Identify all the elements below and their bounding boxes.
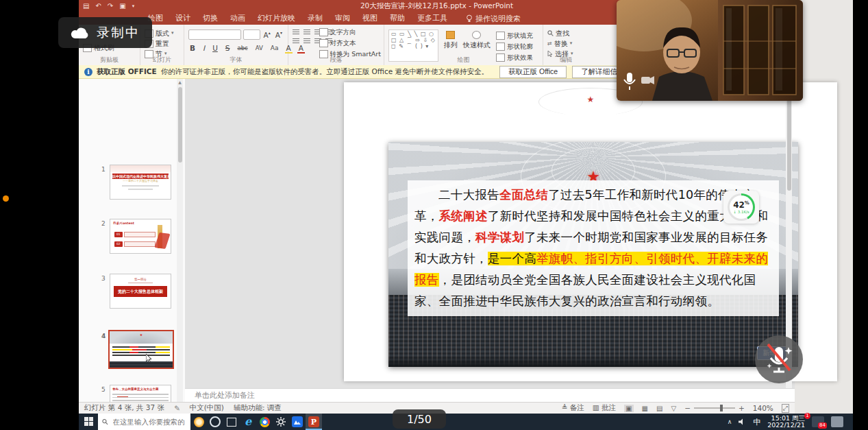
- language-indicator[interactable]: 中文(中国): [190, 403, 224, 413]
- text-segment: 系统阐述: [439, 209, 488, 223]
- tab-review[interactable]: 审阅: [329, 12, 356, 25]
- slide-thumbnail-2[interactable]: 目录/Content 01 02: [110, 219, 171, 254]
- ime-indicator[interactable]: 中: [753, 417, 760, 427]
- info-icon: i: [84, 68, 92, 76]
- muted-mic-icon: [764, 343, 794, 376]
- camera-icon: [641, 76, 654, 84]
- shape-fill-button[interactable]: 形状填充: [496, 31, 533, 40]
- notes-toggle-button[interactable]: ≜ 备注: [562, 403, 584, 413]
- tab-more-tools[interactable]: 更多工具: [411, 12, 454, 25]
- align-left-icon[interactable]: [293, 38, 299, 45]
- taskbar-search-box[interactable]: [98, 414, 190, 430]
- slide-thumbnail-4-selected[interactable]: ★: [108, 330, 174, 369]
- slide-thumbnail-3[interactable]: 第一部分 党的二十大报告总体框架: [110, 274, 171, 309]
- comments-toggle-button[interactable]: ▥ 批注: [593, 403, 616, 413]
- tab-design[interactable]: 设计: [169, 12, 197, 25]
- tell-me-search[interactable]: 操作说明搜索: [466, 14, 521, 24]
- notification-badge: 84: [818, 422, 827, 429]
- bold-button[interactable]: B: [188, 44, 197, 52]
- text-direction-button[interactable]: 文字方向: [319, 27, 381, 36]
- text-segment: 全面总结: [499, 188, 548, 202]
- quick-styles-icon: [472, 31, 481, 39]
- accessibility-status[interactable]: 辅助功能: 调查: [234, 403, 282, 413]
- find-button[interactable]: 查找: [547, 29, 584, 38]
- slide-canvas[interactable]: ★ ★ 二十大报告全面总结了过去5年工作和新时代10年的伟大变革，系统阐述了新时…: [344, 82, 837, 381]
- slide-paragraph: 二十大报告全面总结了过去5年工作和新时代10年的伟大变革，系统阐述了新时代坚持和…: [414, 184, 772, 312]
- zoom-out-icon[interactable]: −: [684, 404, 691, 412]
- edge-browser-icon[interactable]: e: [240, 414, 256, 430]
- notes-placeholder: 单击此处添加备注: [195, 391, 255, 400]
- slide-sorter-icon[interactable]: ▦: [642, 405, 648, 412]
- tray-app-icon[interactable]: [831, 416, 843, 427]
- cortana-icon[interactable]: [207, 414, 223, 430]
- normal-view-icon[interactable]: ▣: [624, 405, 633, 412]
- text-segment-highlighted: 是一个高: [488, 252, 536, 265]
- scroll-up-icon[interactable]: ▲: [177, 79, 183, 86]
- annotation-dot[interactable]: [3, 195, 9, 202]
- clear-formatting-button[interactable]: abc: [236, 45, 249, 51]
- lightbulb-icon: [466, 14, 473, 23]
- reading-view-icon[interactable]: ▤: [656, 405, 662, 412]
- underline-button[interactable]: U: [211, 44, 219, 52]
- grow-font-button[interactable]: A▴: [262, 30, 272, 39]
- tray-hidden-icons[interactable]: ∧: [728, 418, 732, 425]
- congress-hall-photo[interactable]: ★ 二十大报告全面总结了过去5年工作和新时代10年的伟大变革，系统阐述了新时代坚…: [388, 142, 798, 367]
- bullets-icon[interactable]: [293, 29, 299, 36]
- presenter-webcam-video[interactable]: [617, 0, 803, 101]
- align-center-icon[interactable]: [303, 38, 310, 45]
- chrome-icon[interactable]: [256, 414, 273, 430]
- editing-group: 查找 ⇄ 替换 ▾ 选择 ▾: [543, 25, 588, 65]
- tab-slideshow[interactable]: 幻灯片放映: [251, 12, 301, 25]
- numbering-icon[interactable]: [303, 29, 310, 36]
- tab-animations[interactable]: 动画: [224, 12, 251, 25]
- shrink-font-button[interactable]: A▾: [274, 30, 284, 39]
- powerpoint-taskbar-icon[interactable]: P: [306, 414, 322, 430]
- slide-number: 1: [101, 166, 106, 173]
- weather-widget-icon[interactable]: [190, 414, 207, 430]
- windows-logo-icon: [84, 417, 93, 426]
- zoom-knob[interactable]: [720, 405, 723, 411]
- screen-capture: ▤ ↶ ↷ ▣ ▾ 20大报告宣讲-刘校12月16.pptx - PowerPo…: [0, 0, 868, 430]
- notification-center-icon[interactable]: 84: [812, 416, 824, 427]
- slide-counter: 幻灯片 第 4 张, 共 37 张: [84, 403, 164, 413]
- tab-record[interactable]: 录制: [301, 12, 329, 25]
- slide-editor-area: ★ ★ 二十大报告全面总结了过去5年工作和新时代10年的伟大变革，系统阐述了新时…: [185, 79, 795, 388]
- get-genuine-office-button[interactable]: 获取正版 Office: [499, 66, 567, 78]
- zoom-slider[interactable]: − +: [684, 404, 745, 412]
- shape-outline-button[interactable]: 形状轮廓: [496, 42, 533, 51]
- search-input[interactable]: [112, 417, 186, 427]
- task-view-icon[interactable]: [223, 414, 240, 430]
- thumb5-title: 首先，大会的重要意义与大会主题: [110, 385, 171, 392]
- tab-view[interactable]: 视图: [356, 12, 384, 25]
- slide-thumbnail-1[interactable]: 以中国式现代化推进中华民族伟大复兴 ——党的二十大报告学习体会: [110, 165, 171, 200]
- italic-button[interactable]: I: [201, 44, 206, 52]
- notes-pane[interactable]: 单击此处添加备注: [185, 388, 795, 402]
- change-case-button[interactable]: Aa: [269, 45, 280, 51]
- thumbnail-scrollbar[interactable]: ▲: [177, 79, 183, 402]
- replace-button[interactable]: ⇄ 替换 ▾: [547, 39, 584, 48]
- strikethrough-button[interactable]: S: [224, 44, 232, 52]
- meeting-app-icon[interactable]: [289, 414, 306, 430]
- settings-gear-icon[interactable]: [273, 414, 289, 430]
- clock-date: 2022/12/21: [767, 421, 805, 429]
- slideshow-icon[interactable]: ▽: [671, 405, 676, 412]
- microphone-muted-button[interactable]: [755, 335, 803, 383]
- align-text-button[interactable]: 对齐文本: [319, 38, 381, 47]
- fit-slide-icon[interactable]: ⤢: [782, 404, 789, 413]
- volume-icon[interactable]: [739, 418, 746, 425]
- tab-transitions[interactable]: 切换: [197, 12, 224, 25]
- zoom-level[interactable]: 140%: [753, 404, 773, 412]
- taskbar-clock[interactable]: 1 15:01 周三 2022/12/21: [767, 415, 805, 429]
- thumb3-kicker: 第一部分: [110, 277, 171, 282]
- replace-icon: ⇄: [547, 39, 552, 48]
- start-button[interactable]: [79, 416, 98, 429]
- font-size-box[interactable]: [243, 29, 260, 40]
- cloud-icon: [71, 26, 90, 40]
- spellcheck-icon[interactable]: ✎: [174, 404, 180, 412]
- performance-widget[interactable]: 42% ↓ 3.1K/s: [723, 191, 759, 224]
- phonetic-guide-button[interactable]: AV: [254, 45, 264, 51]
- recording-label: 录制中: [97, 24, 140, 42]
- zoom-in-icon[interactable]: +: [739, 404, 745, 412]
- font-name-box[interactable]: [188, 29, 241, 40]
- tab-help[interactable]: 帮助: [384, 12, 411, 25]
